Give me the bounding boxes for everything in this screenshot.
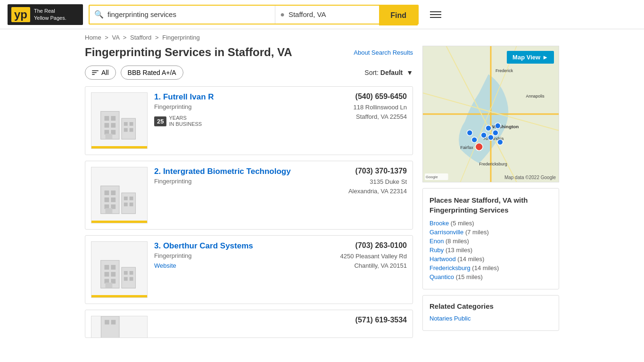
find-button[interactable]: Find xyxy=(379,6,418,25)
svg-point-58 xyxy=(486,125,491,131)
svg-point-59 xyxy=(495,123,501,129)
hamburger-menu[interactable] xyxy=(428,9,443,20)
listing-name-3[interactable]: 3. Oberthur Card Systems xyxy=(154,241,315,251)
map-view-button[interactable]: Map View ► xyxy=(507,51,554,64)
listing-thumbnail-3 xyxy=(91,241,148,298)
search-input[interactable] xyxy=(107,10,270,18)
listing-info-1: 1. Futrell Ivan R Fingerprinting 25 YEAR… xyxy=(154,92,315,149)
nearby-item-2: Garrisonville (7 miles) xyxy=(429,229,552,236)
nearby-item-4: Ruby (13 miles) xyxy=(429,247,552,254)
listing-name-1[interactable]: 1. Futrell Ivan R xyxy=(154,92,315,102)
listing-card-4: (571) 619-3534 xyxy=(85,310,413,338)
listing-name-2[interactable]: 2. Intergrated Biometric Technology xyxy=(154,167,315,176)
svg-rect-15 xyxy=(105,190,109,195)
logo-yp: yp xyxy=(11,7,30,22)
title-row: Fingerprinting Services in Stafford, VA … xyxy=(85,46,413,59)
years-number-1: 25 xyxy=(154,116,166,126)
nearby-link-quantico[interactable]: Quantico xyxy=(429,273,454,280)
svg-rect-3 xyxy=(111,116,116,121)
listing-card-1: 1. Futrell Ivan R Fingerprinting 25 YEAR… xyxy=(85,86,413,155)
svg-rect-21 xyxy=(124,197,128,200)
svg-rect-2 xyxy=(105,116,109,121)
svg-point-62 xyxy=(475,143,483,151)
header: yp The Real Yellow Pages. 🔍 ● Find xyxy=(0,0,644,29)
breadcrumb-separator-3: > xyxy=(155,34,160,41)
location-icon: ● xyxy=(280,10,285,19)
search-icon: 🔍 xyxy=(94,10,104,19)
listing-category-2: Fingerprinting xyxy=(154,178,315,185)
years-label-1: YEARSIN BUSINESS xyxy=(169,115,202,127)
listing-category-1: Fingerprinting xyxy=(154,103,315,110)
svg-rect-38 xyxy=(106,283,113,288)
svg-point-60 xyxy=(467,130,472,136)
svg-point-56 xyxy=(493,130,498,136)
nearby-link-brooke[interactable]: Brooke xyxy=(429,220,449,227)
sort-chevron-icon: ▼ xyxy=(406,69,413,76)
nearby-distance-3: (8 miles) xyxy=(446,238,469,245)
svg-text:Annapolis: Annapolis xyxy=(526,94,545,99)
listing-phone-3[interactable]: (703) 263-0100 xyxy=(322,241,407,250)
logo[interactable]: yp The Real Yellow Pages. xyxy=(8,4,83,25)
thumbnail-bar-2 xyxy=(91,221,147,223)
sort-value[interactable]: Default xyxy=(380,69,403,76)
listing-card-2: 2. Intergrated Biometric Technology Fing… xyxy=(85,161,413,230)
svg-rect-9 xyxy=(130,122,133,126)
svg-rect-37 xyxy=(130,277,133,281)
map-svg: Frederick Annapolis Washington Alexandri… xyxy=(423,46,559,182)
related-link-notaries[interactable]: Notaries Public xyxy=(429,315,471,322)
svg-rect-11 xyxy=(130,128,133,132)
nearby-link-enon[interactable]: Enon xyxy=(429,238,444,245)
svg-rect-22 xyxy=(130,197,133,200)
map-credit: Map data ©2022 Google xyxy=(504,175,556,180)
nearby-distance-4: (13 miles) xyxy=(446,247,472,254)
listing-phone-4[interactable]: (571) 619-3534 xyxy=(322,316,407,324)
svg-rect-8 xyxy=(124,122,128,126)
left-column: Fingerprinting Services in Stafford, VA … xyxy=(85,46,413,344)
main-content: Fingerprinting Services in Stafford, VA … xyxy=(0,46,644,344)
listing-phone-1[interactable]: (540) 659-6450 xyxy=(322,92,407,101)
listing-phone-2[interactable]: (703) 370-1379 xyxy=(322,167,407,175)
logo-tagline: The Real Yellow Pages. xyxy=(34,8,66,21)
nearby-distance-2: (7 miles) xyxy=(465,229,489,236)
all-filter-button[interactable]: All xyxy=(85,66,116,80)
thumbnail-bar-1 xyxy=(91,146,147,148)
nearby-link-garrisonville[interactable]: Garrisonville xyxy=(429,229,463,236)
svg-text:Google: Google xyxy=(426,175,438,179)
svg-rect-41 xyxy=(111,320,116,325)
location-input[interactable] xyxy=(289,10,374,18)
map-view-label: Map View xyxy=(512,54,540,61)
about-search-results-link[interactable]: About Search Results xyxy=(354,49,413,56)
breadcrumb-category: Fingerprinting xyxy=(162,34,200,41)
breadcrumb-city[interactable]: Stafford xyxy=(130,34,151,41)
related-item-1: Notaries Public xyxy=(429,315,552,322)
nearby-distance-7: (15 miles) xyxy=(456,273,483,280)
bbb-filter-button[interactable]: BBB Rated A+/A xyxy=(121,66,183,80)
nearby-link-fredericksburg[interactable]: Fredericksburg xyxy=(429,264,471,272)
nearby-link-hartwood[interactable]: Hartwood xyxy=(429,255,456,263)
breadcrumb-va[interactable]: VA xyxy=(112,34,120,41)
breadcrumb-home[interactable]: Home xyxy=(85,34,101,41)
building-icon-1 xyxy=(91,93,147,148)
svg-rect-27 xyxy=(122,267,136,288)
listing-card-3: 3. Oberthur Card Systems Fingerprinting … xyxy=(85,235,413,304)
filter-all-label: All xyxy=(101,69,109,76)
building-icon-2 xyxy=(91,167,147,223)
svg-rect-25 xyxy=(106,208,113,214)
svg-rect-14 xyxy=(122,193,136,214)
svg-rect-1 xyxy=(122,118,136,139)
nearby-item-3: Enon (8 miles) xyxy=(429,238,552,245)
nearby-link-ruby[interactable]: Ruby xyxy=(429,247,444,254)
svg-rect-36 xyxy=(124,277,128,281)
listing-address-2: 3135 Duke StAlexandria, VA 22314 xyxy=(322,177,407,196)
svg-rect-30 xyxy=(105,272,109,277)
svg-rect-12 xyxy=(106,134,113,140)
breadcrumb: Home > VA > Stafford > Fingerprinting xyxy=(0,29,644,46)
listing-category-3: Fingerprinting xyxy=(154,252,315,259)
thumbnail-bar-3 xyxy=(91,295,147,297)
listing-website-3[interactable]: Website xyxy=(154,262,315,269)
svg-point-61 xyxy=(471,137,477,143)
listing-contact-2: (703) 370-1379 3135 Duke StAlexandria, V… xyxy=(322,167,407,223)
nearby-item-6: Fredericksburg (14 miles) xyxy=(429,264,552,272)
page-title: Fingerprinting Services in Stafford, VA xyxy=(85,46,292,59)
listing-contact-4: (571) 619-3534 xyxy=(322,316,407,332)
